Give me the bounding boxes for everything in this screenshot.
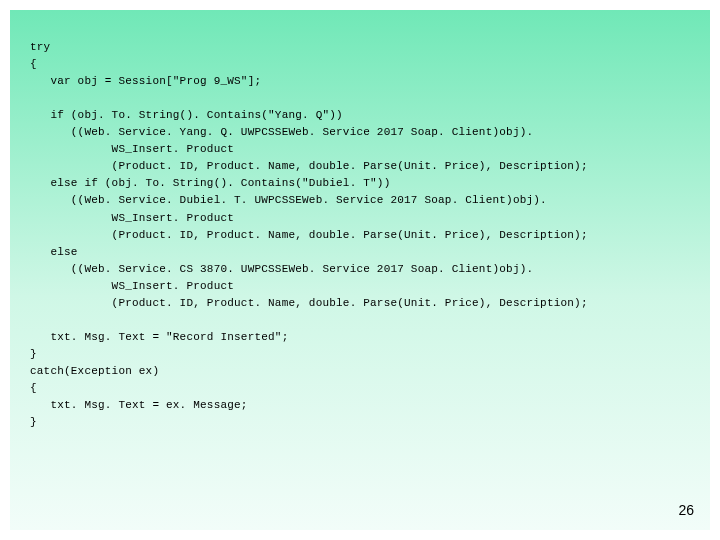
code-line: { <box>30 382 37 394</box>
code-line: ((Web. Service. Yang. Q. UWPCSSEWeb. Ser… <box>30 126 533 138</box>
code-line: if (obj. To. String(). Contains("Yang. Q… <box>30 109 343 121</box>
code-line: catch(Exception ex) <box>30 365 159 377</box>
page-number: 26 <box>678 500 694 522</box>
code-line: } <box>30 416 37 428</box>
code-line: WS_Insert. Product <box>30 212 234 224</box>
code-line: else <box>30 246 78 258</box>
code-line: txt. Msg. Text = ex. Message; <box>30 399 248 411</box>
code-line: (Product. ID, Product. Name, double. Par… <box>30 229 588 241</box>
code-line: ((Web. Service. Dubiel. T. UWPCSSEWeb. S… <box>30 194 547 206</box>
code-line: try <box>30 41 50 53</box>
code-line: var obj = Session["Prog 9_WS"]; <box>30 75 261 87</box>
code-line: WS_Insert. Product <box>30 280 234 292</box>
code-block: try { var obj = Session["Prog 9_WS"]; if… <box>30 22 704 448</box>
code-line: else if (obj. To. String(). Contains("Du… <box>30 177 390 189</box>
code-line: txt. Msg. Text = "Record Inserted"; <box>30 331 288 343</box>
slide: try { var obj = Session["Prog 9_WS"]; if… <box>10 10 710 530</box>
code-line: (Product. ID, Product. Name, double. Par… <box>30 297 588 309</box>
code-line: { <box>30 58 37 70</box>
code-line: ((Web. Service. CS 3870. UWPCSSEWeb. Ser… <box>30 263 533 275</box>
code-line: (Product. ID, Product. Name, double. Par… <box>30 160 588 172</box>
code-line: } <box>30 348 37 360</box>
code-line: WS_Insert. Product <box>30 143 234 155</box>
